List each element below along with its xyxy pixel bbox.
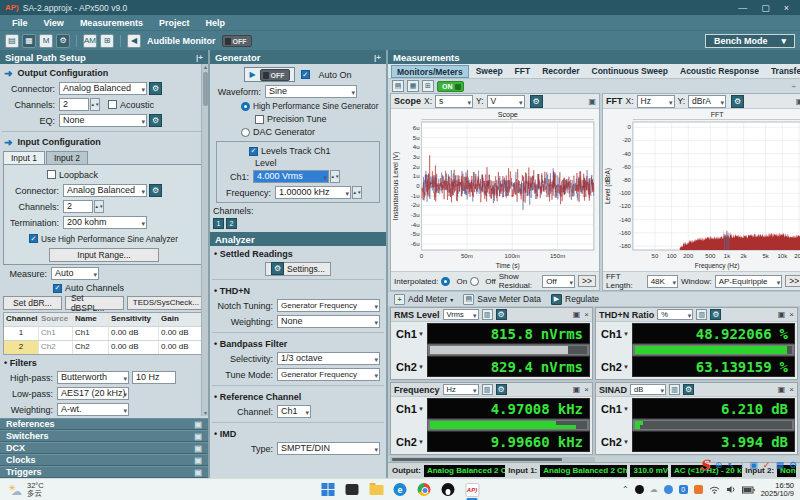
tab-acoustic-response[interactable]: Acoustic Response xyxy=(675,65,764,78)
minimize-button[interactable]: — xyxy=(738,3,747,13)
meter-popout-icon[interactable]: ▣ xyxy=(778,385,786,394)
channel-label[interactable]: Ch2▼ xyxy=(393,356,427,377)
gen-frequency-input[interactable]: 1.00000 kHz xyxy=(275,186,351,199)
meter-unit-select[interactable]: Vrms xyxy=(443,309,479,320)
close-button[interactable]: × xyxy=(784,3,789,13)
auto-channels-checkbox[interactable]: ✓ xyxy=(53,284,62,293)
tray-zero-badge[interactable]: 0 xyxy=(679,485,688,494)
fft-window-select[interactable]: AP-Equiripple xyxy=(715,275,783,288)
gen-channel-1-toggle[interactable]: 1 xyxy=(213,218,224,229)
cell-name[interactable]: Ch2 xyxy=(72,341,108,354)
tray-cloud-icon[interactable]: ☁ xyxy=(650,485,658,494)
meter-bar-mode-icon[interactable]: ▥ xyxy=(696,309,707,320)
menu-view[interactable]: View xyxy=(44,18,64,28)
gen-channel-2-toggle[interactable]: 2 xyxy=(226,218,237,229)
channel-label[interactable]: Ch1▼ xyxy=(598,398,632,419)
regulate-button[interactable]: ▶Regulate xyxy=(551,294,599,305)
meter-view-icon[interactable]: AM xyxy=(83,34,97,48)
file-explorer-icon[interactable] xyxy=(369,482,384,497)
input-channels-input[interactable]: 2 xyxy=(63,200,93,213)
interpolated-off-radio[interactable] xyxy=(470,277,479,286)
edge-icon[interactable]: e xyxy=(393,482,408,497)
meter-bar-mode-icon[interactable]: ▥ xyxy=(482,309,493,320)
gen-frequency-stepper[interactable]: ▲▼ xyxy=(352,186,362,199)
tray-qq-icon[interactable] xyxy=(635,485,644,494)
channel-label[interactable]: Ch2▼ xyxy=(598,431,632,452)
section-bar-triggers[interactable]: Triggers▣ xyxy=(0,466,208,478)
menu-help[interactable]: Help xyxy=(205,18,225,28)
fft-more-button[interactable]: >> xyxy=(785,275,800,287)
gen-ch1-level-input[interactable]: 4.000 Vrms xyxy=(253,170,329,183)
tab-fft[interactable]: FFT xyxy=(510,65,536,78)
analyzer-weighting-select[interactable]: None xyxy=(277,315,380,328)
selectivity-select[interactable]: 1/3 octave xyxy=(277,352,380,365)
bench-mode-selector[interactable]: Bench Mode▾ xyxy=(705,34,795,48)
tab-input-1[interactable]: Input 1 xyxy=(3,151,45,164)
meter-gear-icon[interactable]: ⚙ xyxy=(710,309,721,320)
output-eq-gear-icon[interactable]: ⚙ xyxy=(149,114,162,127)
tab-recorder[interactable]: Recorder xyxy=(537,65,584,78)
layout-icon[interactable]: ⊞ xyxy=(100,34,114,48)
meter-close-icon[interactable]: × xyxy=(584,385,589,394)
tune-mode-select[interactable]: Generator Frequency xyxy=(277,368,380,381)
fft-length-select[interactable]: 48K xyxy=(647,275,678,288)
teds-syscheck-button[interactable]: TEDS/SysCheck... xyxy=(127,296,205,310)
settled-settings-button[interactable]: ⚙Settings... xyxy=(265,262,331,276)
gen-ch1-stepper[interactable]: ▲▼ xyxy=(330,170,340,183)
volume-icon[interactable] xyxy=(726,485,736,494)
measure-select[interactable]: Auto xyxy=(51,267,99,280)
precision-tune-checkbox[interactable] xyxy=(255,115,264,124)
cell-name[interactable]: Ch1 xyxy=(72,327,108,340)
meter-unit-select[interactable]: % xyxy=(657,309,693,320)
cell-gain[interactable]: 0.00 dB xyxy=(158,341,202,354)
cell-gain[interactable]: 0.00 dB xyxy=(158,327,202,340)
termination-select[interactable]: 200 kohm xyxy=(63,216,147,229)
input-connector-gear-icon[interactable]: ⚙ xyxy=(149,184,162,197)
channel-label[interactable]: Ch2▼ xyxy=(598,356,632,377)
audible-monitor-toggle[interactable]: OFF xyxy=(222,35,252,47)
show-residual-select[interactable]: Off xyxy=(542,275,575,288)
save-meter-data-button[interactable]: ▤Save Meter Data xyxy=(463,294,541,305)
output-connector-gear-icon[interactable]: ⚙ xyxy=(149,82,162,95)
notch-tuning-select[interactable]: Generator Frequency xyxy=(277,299,380,312)
menu-project[interactable]: Project xyxy=(159,18,190,28)
hpsa-checkbox[interactable]: ✓ xyxy=(29,234,38,243)
popout-icon[interactable]: ▣ xyxy=(194,456,202,465)
new-project-icon[interactable]: ▤ xyxy=(5,34,19,48)
tab-input-2[interactable]: Input 2 xyxy=(46,151,88,164)
meter-gear-icon[interactable]: ⚙ xyxy=(496,384,507,395)
output-channels-input[interactable]: 2 xyxy=(59,98,89,111)
cell-source[interactable]: Ch1 xyxy=(38,327,72,340)
scope-more-button[interactable]: >> xyxy=(578,275,596,287)
meter-unit-select[interactable]: Hz xyxy=(443,384,479,395)
move-icon[interactable]: ⊕ xyxy=(715,460,723,470)
meter-close-icon[interactable]: × xyxy=(789,310,794,319)
taskbar-weather[interactable]: ☀☁ 32°C多云 xyxy=(0,482,44,498)
channel-label[interactable]: Ch1▼ xyxy=(393,398,427,419)
section-bar-clocks[interactable]: Clocks▣ xyxy=(0,454,208,466)
taskbar-clock[interactable]: 16:502025/10/9 xyxy=(761,482,794,498)
speaker-icon[interactable]: ◀ xyxy=(127,34,141,48)
meter-popout-icon[interactable]: ▣ xyxy=(573,385,581,394)
set-dbspl-button[interactable]: Set dBSPL... xyxy=(65,296,124,310)
tab-transfer-function[interactable]: Transfer Function xyxy=(766,65,800,78)
cell-source[interactable]: Ch2 xyxy=(38,341,72,354)
input-range-button[interactable]: Input Range... xyxy=(49,248,159,262)
report-icon[interactable]: M xyxy=(39,34,53,48)
pin-panel-icon[interactable]: |+ xyxy=(196,53,203,62)
cell-sensitivity[interactable]: 0.00 dB xyxy=(108,327,158,340)
maximize-button[interactable]: ▢ xyxy=(761,3,770,13)
meter-bar-mode-icon[interactable]: ▥ xyxy=(482,384,493,395)
grid-icon[interactable]: ▦ xyxy=(775,460,784,470)
scope-x-select[interactable]: s xyxy=(435,95,473,108)
popout-icon[interactable]: ▣ xyxy=(194,444,202,453)
check-icon[interactable]: ✓ xyxy=(763,460,771,470)
levels-track-checkbox[interactable]: ✓ xyxy=(249,147,258,156)
high-pass-select[interactable]: Butterworth xyxy=(57,371,129,384)
cell-channel[interactable]: 2 xyxy=(4,341,38,354)
section-bar-switchers[interactable]: Switchers▣ xyxy=(0,430,208,442)
channel-label[interactable]: Ch1▼ xyxy=(393,323,427,344)
grid-view-icon[interactable]: ▦ xyxy=(407,80,419,92)
tray-chevron-icon[interactable]: ⌃ xyxy=(622,485,629,494)
task-view-icon[interactable] xyxy=(345,482,360,497)
